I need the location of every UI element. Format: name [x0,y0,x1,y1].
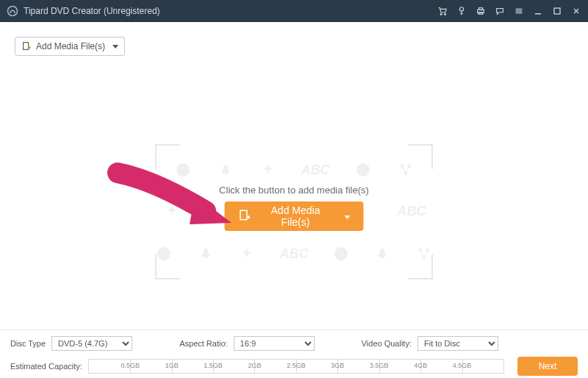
mic-icon [373,244,392,263]
next-button[interactable]: Next [517,357,578,376]
sparkle-icon [162,202,182,221]
aspect-ratio-select[interactable]: 16:9 [234,336,315,351]
print-icon[interactable] [475,5,487,17]
footer: Disc Type DVD-5 (4.7G) Aspect Ratio: 16:… [0,329,588,378]
disc-icon [354,160,373,179]
capacity-tick-label: 4.5GB [453,362,472,369]
capacity-tick-label: 1.5GB [204,362,223,369]
svg-rect-8 [554,8,560,14]
svg-rect-9 [24,43,29,50]
chevron-down-icon [112,41,118,51]
add-media-button-large[interactable]: Add Media File(s) [225,202,364,231]
capacity-label: Estimated Capacity: [10,362,82,371]
cart-icon[interactable] [437,5,448,17]
capacity-tick-label: 2GB [248,362,261,369]
capacity-tick-label: 0.5GB [121,362,140,369]
content-area: Add Media File(s) ABC ABC ABC [0,22,588,329]
svg-point-2 [445,14,446,15]
titlebar: Tipard DVD Creator (Unregistered) [0,0,588,22]
app-logo-icon [6,4,19,18]
mic-icon [216,160,235,179]
add-media-small-label: Add Media File(s) [36,41,105,51]
svg-rect-33 [240,210,247,219]
chevron-down-icon [345,210,351,222]
abc-text: ABC [280,244,309,263]
bg-icons-bot: ABC [155,244,433,263]
key-icon[interactable] [456,5,467,17]
disc-icon [332,244,351,263]
capacity-tick-label: 3GB [331,362,344,369]
disc-type-label: Disc Type [10,339,46,348]
capacity-tick-label: 1GB [165,362,179,369]
svg-point-13 [177,168,180,171]
svg-point-1 [440,14,442,15]
prompt-text: Click the button to add media file(s) [155,185,433,196]
maximize-icon[interactable] [551,5,563,17]
close-icon[interactable] [570,5,582,17]
add-media-large-label: Add Media File(s) [259,204,333,228]
svg-point-17 [361,168,365,172]
abc-text: ABC [398,202,426,221]
mic-icon [197,244,215,263]
video-quality-select[interactable]: Fit to Disc [417,336,498,351]
bg-icons-top: ABC [155,160,433,179]
sparkle-icon [259,160,278,179]
svg-point-11 [182,165,184,168]
nodes-icon [415,244,434,263]
minimize-icon[interactable] [532,5,544,17]
svg-rect-5 [478,8,482,10]
aspect-ratio-label: Aspect Ratio: [179,339,227,348]
svg-rect-7 [535,13,541,15]
sparkle-icon [238,244,257,263]
add-file-icon [238,209,251,224]
svg-point-28 [339,252,343,256]
chat-icon[interactable] [494,5,506,17]
disc-type-select[interactable]: DVD-5 (4.7G) [51,336,132,351]
capacity-tick-label: 2.5GB [287,362,306,369]
capacity-tick-label: 3.5GB [370,362,389,369]
svg-point-14 [185,168,188,171]
svg-point-22 [162,249,165,252]
add-file-icon [21,41,32,51]
video-quality-label: Video Quality: [362,339,412,348]
capacity-tick-label: 4GB [414,362,427,369]
abc-text: ABC [301,160,330,179]
capacity-bar: 0.5GB1GB1.5GB2GB2.5GB3GB3.5GB4GB4.5GB [88,359,504,374]
svg-point-25 [167,252,170,255]
toolbar: Add Media File(s) [0,22,588,56]
menu-icon[interactable] [513,5,525,17]
app-title: Tipard DVD Creator (Unregistered) [24,6,437,16]
drop-zone: ABC ABC ABC Click the button to add medi… [155,144,433,279]
svg-point-3 [459,7,463,11]
svg-point-23 [162,257,165,260]
add-media-button-small[interactable]: Add Media File(s) [15,37,125,56]
nodes-icon [396,160,415,179]
reel-icon [155,244,173,263]
svg-point-24 [159,252,162,255]
reel-icon [173,160,193,179]
svg-point-12 [182,173,184,176]
